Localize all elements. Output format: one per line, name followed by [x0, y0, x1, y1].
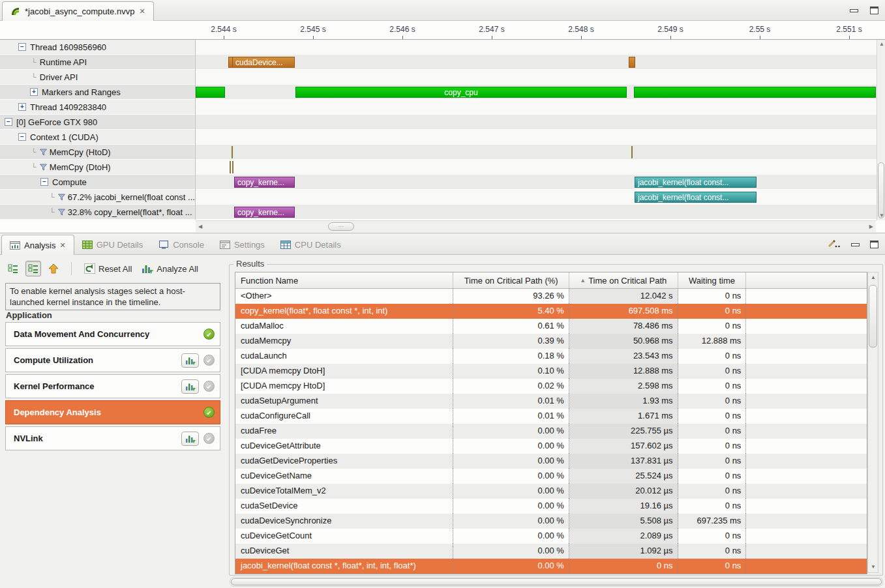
filter-icon[interactable]: [58, 209, 65, 216]
results-column-header-blank[interactable]: [746, 272, 867, 288]
results-row-cudeviceget[interactable]: cuDeviceGet0.00 %1.092 µs0 ns: [235, 544, 867, 559]
results-row-other[interactable]: <Other>93.26 %12.042 s0 ns: [235, 289, 867, 304]
results-vscrollbar[interactable]: ▲ ▼: [867, 272, 878, 573]
tab-console[interactable]: Console: [151, 235, 212, 255]
results-row-cudevicetotalmem-v2[interactable]: cuDeviceTotalMem_v20.00 %20.012 µs0 ns: [235, 484, 867, 499]
timeline-bar-runtime[interactable]: [629, 57, 635, 68]
timeline-lane-memcpy-dtoh[interactable]: [196, 160, 877, 175]
analyze-all-button[interactable]: Analyze All: [139, 262, 201, 275]
timeline-bar-copy-kerne[interactable]: copy_kerne...: [234, 177, 295, 188]
filter-icon[interactable]: [40, 149, 47, 156]
timeline-bar-copy-cpu[interactable]: copy_cpu: [295, 87, 627, 98]
results-row-cudasetupargument[interactable]: cudaSetupArgument0.01 %1.93 ms0 ns: [235, 394, 867, 409]
results-row-cudamemcpy[interactable]: cudaMemcpy0.39 %50.968 ms12.888 ms: [235, 334, 867, 349]
tab-analysis[interactable]: Analysis✕: [1, 235, 74, 255]
collapse-analysis-list-button[interactable]: [25, 261, 41, 276]
results-row-cudafree[interactable]: cudaFree0.00 %225.755 µs0 ns: [235, 424, 867, 439]
timeline-lane-32-8-copy-kernel-float-float[interactable]: copy_kerne...: [196, 205, 877, 220]
expand-analysis-list-button[interactable]: [5, 261, 21, 276]
timeline-lane-driver-api[interactable]: [196, 70, 877, 85]
tree-row-32-8-copy-kernel-float-float[interactable]: └32.8% copy_kernel(float*, float ...: [0, 205, 195, 220]
stage-chart-button[interactable]: [181, 353, 199, 368]
tree-row-thread-1409283840[interactable]: +Thread 1409283840: [0, 100, 195, 115]
timeline-bar-cudadevice[interactable]: cudaDevice...: [232, 57, 295, 68]
results-row-cudevicegetcount[interactable]: cuDeviceGetCount0.00 %2.089 µs0 ns: [235, 529, 867, 544]
stage-data-movement-and-concurrency[interactable]: Data Movement And Concurrency✔: [5, 322, 220, 346]
expand-icon[interactable]: +: [30, 88, 38, 96]
results-row-copy-kernel-float-float-const-int-int[interactable]: copy_kernel(float*, float const *, int, …: [235, 304, 867, 319]
timeline-bar-memline[interactable]: [230, 161, 231, 173]
tree-row-thread-1609856960[interactable]: −Thread 1609856960: [0, 40, 195, 55]
tree-row-0-geforce-gtx-980[interactable]: −[0] GeForce GTX 980: [0, 115, 195, 130]
scroll-right-icon[interactable]: ▶: [869, 224, 873, 229]
collapse-icon[interactable]: −: [18, 133, 26, 141]
timeline-hscrollbar[interactable]: ◀ ⋯ ▶: [196, 220, 876, 232]
results-column-header-time-on-critical-path[interactable]: ▲Time on Critical Path: [569, 272, 678, 288]
tree-row-driver-api[interactable]: └Driver API: [0, 70, 195, 85]
results-row-cudamalloc[interactable]: cudaMalloc0.61 %78.486 ms0 ns: [235, 319, 867, 334]
timeline-bar-memline[interactable]: [631, 146, 633, 158]
timeline-lane-compute[interactable]: copy_kerne...jacobi_kernel(float const..…: [196, 175, 877, 190]
expand-icon[interactable]: +: [18, 103, 26, 111]
timeline-lane-thread-1409283840[interactable]: [196, 100, 877, 115]
editor-tab-jacobi-async-compute[interactable]: *jacobi_async_compute.nvvp ✕: [2, 1, 154, 21]
results-row-jacobi-kernel-float-const-float-int-int-float[interactable]: jacobi_kernel(float const *, float*, int…: [235, 559, 867, 574]
scroll-down-icon[interactable]: ▼: [871, 565, 876, 570]
collapse-icon[interactable]: −: [18, 43, 26, 51]
minimize-icon[interactable]: [851, 243, 860, 246]
tab-gpu-details[interactable]: GPU Details: [74, 235, 151, 255]
minimize-icon[interactable]: [850, 9, 858, 12]
close-icon[interactable]: ✕: [139, 7, 145, 16]
timeline-lane-memcpy-htod[interactable]: [196, 145, 877, 160]
tree-row-memcpy-dtoh[interactable]: └MemCpy (DtoH): [0, 160, 195, 175]
timeline-lane-0-geforce-gtx-980[interactable]: [196, 115, 877, 130]
tree-row-67-2-jacobi-kernel-float-const[interactable]: └67.2% jacobi_kernel(float const ...: [0, 190, 195, 205]
collapse-icon[interactable]: −: [5, 118, 12, 126]
results-row-cudaconfigurecall[interactable]: cudaConfigureCall0.01 %1.671 ms0 ns: [235, 409, 867, 424]
results-column-header-function-name[interactable]: Function Name: [235, 272, 453, 288]
results-row-cuda-memcpy-dtoh[interactable]: [CUDA memcpy DtoH]0.10 %12.888 ms0 ns: [235, 364, 867, 379]
filter-icon[interactable]: [40, 164, 47, 171]
maximize-icon[interactable]: [870, 7, 878, 14]
promote-stage-button[interactable]: [46, 261, 61, 276]
tree-row-markers-and-ranges[interactable]: +Markers and Ranges: [0, 85, 195, 100]
stage-chart-button[interactable]: [181, 379, 199, 394]
collapse-icon[interactable]: −: [40, 178, 48, 186]
stage-compute-utilization[interactable]: Compute Utilization✔: [5, 348, 220, 372]
timeline-bar-marker[interactable]: [634, 87, 876, 98]
timeline-vscrollbar[interactable]: ▲ ▼: [877, 40, 885, 220]
timeline-lane-markers-and-ranges[interactable]: copy_cpu: [196, 85, 877, 100]
tab-cpu-details[interactable]: CPU Details: [273, 235, 349, 255]
timeline-bar-memline[interactable]: [232, 146, 233, 158]
timeline-lane-67-2-jacobi-kernel-float-const[interactable]: jacobi_kernel(float const...: [196, 190, 877, 205]
results-row-cudevicegetname[interactable]: cuDeviceGetName0.00 %25.524 µs0 ns: [235, 469, 867, 484]
results-row-cudevicegetattribute[interactable]: cuDeviceGetAttribute0.00 %157.602 µs0 ns: [235, 439, 867, 454]
results-row-cuda-memcpy-htod[interactable]: [CUDA memcpy HtoD]0.02 %2.598 ms0 ns: [235, 379, 867, 394]
tree-row-context-1-cuda[interactable]: −Context 1 (CUDA): [0, 130, 195, 145]
timeline-hscroll-handle[interactable]: ⋯: [328, 222, 354, 231]
close-icon[interactable]: ✕: [59, 241, 65, 250]
stage-kernel-performance[interactable]: Kernel Performance✔: [5, 374, 220, 398]
results-column-header-time-on-critical-path[interactable]: Time on Critical Path (%): [453, 272, 569, 288]
scroll-down-icon[interactable]: ▼: [879, 213, 884, 218]
timeline-bar-memline[interactable]: [232, 161, 233, 173]
timeline-lane-thread-1609856960[interactable]: [196, 40, 877, 55]
timeline-ruler[interactable]: 2.544 s2.545 s2.546 s2.547 s2.548 s2.549…: [0, 21, 885, 40]
results-row-cudalaunch[interactable]: cudaLaunch0.18 %23.543 ms0 ns: [235, 349, 867, 364]
tree-row-runtime-api[interactable]: └Runtime API: [0, 55, 195, 70]
maximize-icon[interactable]: [870, 241, 878, 248]
reset-all-button[interactable]: Reset All: [82, 262, 134, 275]
filter-icon[interactable]: [58, 194, 65, 201]
tree-row-memcpy-htod[interactable]: └MemCpy (HtoD): [0, 145, 195, 160]
scroll-up-icon[interactable]: ▲: [879, 42, 884, 47]
results-hscroll-handle[interactable]: [231, 578, 882, 585]
timeline-vscroll-handle[interactable]: [878, 162, 884, 218]
stage-dependency-analysis[interactable]: Dependency Analysis✔: [5, 400, 220, 424]
timeline-bar-copy-kerne[interactable]: copy_kerne...: [234, 207, 295, 218]
scroll-left-icon[interactable]: ◀: [198, 224, 202, 229]
results-column-header-waiting-time[interactable]: Waiting time: [678, 272, 747, 288]
results-row-cudadevicesynchronize[interactable]: cudaDeviceSynchronize0.00 %5.508 µs697.2…: [235, 514, 867, 529]
results-row-cudagetdeviceproperties[interactable]: cudaGetDeviceProperties0.00 %137.831 µs0…: [235, 454, 867, 469]
results-row-cudasetdevice[interactable]: cudaSetDevice0.00 %19.16 µs0 ns: [235, 499, 867, 514]
stage-nvlink[interactable]: NVLink✔: [5, 426, 220, 450]
